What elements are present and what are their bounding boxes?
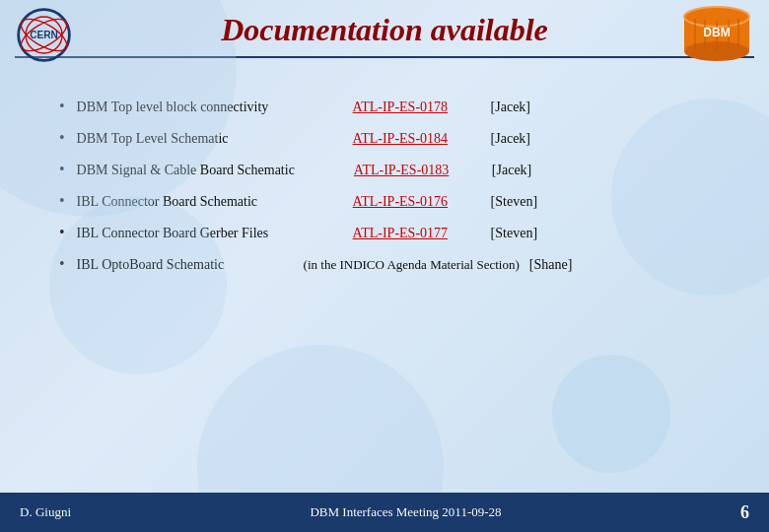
svg-text:DBM: DBM: [703, 26, 730, 39]
bullet: •: [59, 98, 65, 115]
item-description: IBL OptoBoard Schematic: [77, 257, 294, 273]
content-area: • DBM Top level block connectivity ATL-I…: [0, 68, 769, 306]
footer-meeting: DBM Interfaces Meeting 2011-09-28: [310, 504, 501, 520]
item-author: [Jacek]: [491, 131, 530, 147]
list-item: • IBL Connector Board Gerber Files ATL-I…: [59, 224, 710, 241]
bullet: •: [59, 161, 65, 178]
footer: D. Giugni DBM Interfaces Meeting 2011-09…: [0, 493, 769, 532]
svg-text:CERN: CERN: [30, 30, 58, 40]
item-author: [Steven]: [491, 194, 537, 210]
item-description: DBM Top level block connectivity: [77, 100, 294, 115]
item-link[interactable]: ATL-IP-ES-0176: [353, 194, 481, 210]
cern-logo: CERN: [15, 8, 79, 62]
item-link[interactable]: ATL-IP-ES-0178: [353, 100, 481, 115]
bullet: •: [59, 224, 65, 241]
header-divider: [15, 56, 754, 58]
list-item: • DBM Top level block connectivity ATL-I…: [59, 98, 710, 115]
header: CERN Documentation available DBM: [0, 0, 769, 56]
list-item: • DBM Signal & Cable Board Schematic ATL…: [59, 161, 710, 178]
bullet: •: [59, 255, 65, 273]
list-item: • IBL OptoBoard Schematic (in the INDICO…: [59, 255, 710, 273]
item-author: [Shane]: [529, 257, 573, 273]
slide: CERN Documentation available DBM: [0, 0, 769, 532]
item-author: [Steven]: [491, 226, 537, 241]
item-description: DBM Signal & Cable Board Schematic: [77, 163, 295, 178]
documentation-list: • DBM Top level block connectivity ATL-I…: [59, 98, 710, 273]
slide-title: Documentation available: [20, 12, 749, 48]
item-description: IBL Connector Board Schematic: [77, 194, 294, 210]
item-link[interactable]: ATL-IP-ES-0177: [353, 226, 481, 241]
item-description: DBM Top Level Schematic: [77, 131, 294, 147]
item-special-link: (in the INDICO Agenda Material Section): [304, 257, 520, 273]
item-link[interactable]: ATL-IP-ES-0183: [354, 163, 482, 178]
item-description: IBL Connector Board Gerber Files: [77, 226, 294, 241]
item-author: [Jacek]: [492, 163, 531, 178]
list-item: • IBL Connector Board Schematic ATL-IP-E…: [59, 192, 710, 210]
dbm-logo: DBM: [680, 5, 754, 64]
footer-page: 6: [740, 502, 749, 523]
bullet: •: [59, 129, 65, 147]
list-item: • DBM Top Level Schematic ATL-IP-ES-0184…: [59, 129, 710, 147]
bullet: •: [59, 192, 65, 210]
footer-author: D. Giugni: [20, 504, 71, 520]
item-link[interactable]: ATL-IP-ES-0184: [353, 131, 481, 147]
item-author: [Jacek]: [491, 100, 530, 115]
